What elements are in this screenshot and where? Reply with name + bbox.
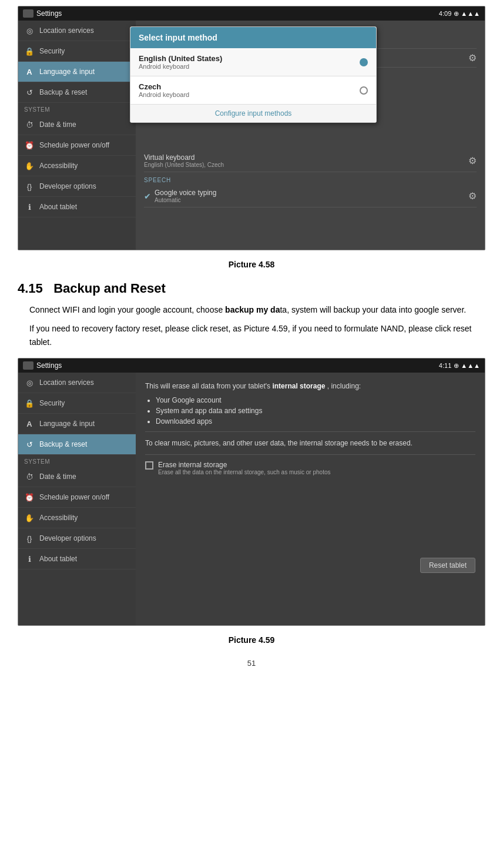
sidebar-item-backup-2[interactable]: ↺ Backup & reset [18,434,136,455]
developer-icon-2: {} [24,533,35,544]
sidebar-item-security-2[interactable]: 🔒 Security [18,393,136,414]
sidebar-item-developer-2[interactable]: {} Developer options [18,528,136,549]
popup-czech-label: Czech [139,82,189,91]
sidebar-item-location-2[interactable]: ◎ Location services [18,373,136,393]
sidebar-label-developer-2: Developer options [39,534,96,542]
popup-radio-czech [360,86,368,95]
sidebar-item-schedule-1[interactable]: ⏰ Schedule power on/off [18,135,136,156]
bullet-system: System and app data and settings [156,407,475,415]
backup-icon-1: ↺ [24,87,35,98]
settings-icon-2 [23,361,33,370]
voice-gear[interactable]: ⚙ [468,190,477,202]
sidebar-item-developer-1[interactable]: {} Developer options [18,176,136,197]
page-number: 51 [18,659,485,668]
input-method-popup: Select input method English (United Stat… [130,26,377,123]
section-title: Backup and Reset [53,281,166,296]
voice-check: ✔ [144,192,151,201]
sidebar-label-datetime-1: Date & time [39,120,76,129]
sidebar-item-language-2[interactable]: A Language & input [18,414,136,434]
sidebar-item-security-1[interactable]: 🔒 Security [18,41,136,62]
system-section-label-1: SYSTEM [18,103,136,115]
popup-english-sub: Android keyboard [139,63,222,70]
erase-checkbox-row[interactable]: Erase internal storage Erase all the dat… [145,461,475,475]
sidebar-label-accessibility-1: Accessibility [39,162,78,170]
sidebar-item-datetime-2[interactable]: ⏱ Date & time [18,467,136,487]
lock-icon-2: 🔒 [24,398,35,408]
lock-icon-1: 🔒 [24,46,35,56]
popup-item-czech[interactable]: Czech Android keyboard [130,76,376,105]
location-icon-1: ◎ [24,25,35,36]
body-para1-pre: Connect WIFI and login your google accou… [29,305,225,314]
sidebar-item-backup-1[interactable]: ↺ Backup & reset [18,82,136,103]
clock-icon-2: ⏱ [24,471,35,482]
keyboard-row-sub: English (United States), Czech [144,162,468,168]
hand-icon-2: ✋ [24,512,35,523]
status-bar-1: Settings 4:09 ⊕ ▲▲▲ [18,6,485,21]
reset-tablet-button[interactable]: Reset tablet [420,558,475,573]
sidebar-item-datetime-1[interactable]: ⏱ Date & time [18,115,136,135]
schedule-icon-1: ⏰ [24,140,35,150]
section-heading: 4.15 Backup and Reset [18,281,485,296]
erase-text-pre: This will erase all data from your table… [145,382,270,390]
popup-english-label: English (United States) [139,54,222,63]
sidebar-label-backup-2: Backup & reset [39,440,87,448]
popup-footer[interactable]: Configure input methods [130,105,376,122]
keyboard-row-label: Virtual keyboard [144,153,468,162]
sidebar-item-accessibility-1[interactable]: ✋ Accessibility [18,156,136,176]
system-section-label-2: SYSTEM [18,455,136,467]
hand-icon-1: ✋ [24,160,35,171]
erase-description: This will erase all data from your table… [145,381,475,391]
info-icon-1: ℹ [24,202,35,212]
sidebar-item-about-2[interactable]: ℹ About tablet [18,549,136,569]
status-title-1: Settings [23,9,62,18]
sidebar-label-security-1: Security [39,47,65,55]
status-time-2: 4:11 [439,362,451,369]
body-para2: If you need to recovery factory reset, p… [29,322,485,348]
developer-icon-1: {} [24,181,35,192]
clear-description: To clear music, pictures, and other user… [145,438,475,448]
erase-bullets: Your Google account System and app data … [156,396,475,425]
status-icons-1: 4:09 ⊕ ▲▲▲ [439,10,480,18]
sidebar-label-schedule-2: Schedule power on/off [39,493,109,501]
sidebar-label-language-1: Language & input [39,68,95,76]
sidebar-item-language-1[interactable]: A Language & input [18,62,136,82]
sidebar-label-datetime-2: Date & time [39,472,76,481]
sidebar-item-accessibility-2[interactable]: ✋ Accessibility [18,508,136,528]
sidebar-item-schedule-2[interactable]: ⏰ Schedule power on/off [18,487,136,508]
erase-text-post: , including: [327,382,361,390]
info-icon-2: ℹ [24,554,35,564]
caption-2: Picture 4.59 [18,635,485,645]
sidebar-item-about-1[interactable]: ℹ About tablet [18,197,136,217]
status-signal-icons-1: ⊕ ▲▲▲ [454,10,480,18]
separator-2 [145,454,475,455]
schedule-icon-2: ⏰ [24,492,35,502]
status-app-name-2: Settings [36,361,62,370]
language-icon-2: A [24,418,35,429]
sidebar-item-location-1[interactable]: ◎ Location services [18,21,136,41]
popup-radio-english [360,58,368,66]
clock-icon-1: ⏱ [24,119,35,130]
main-content-1: Language English (United States) ✔ Spell… [136,21,485,250]
backup-icon-2: ↺ [24,439,35,450]
speech-section-header: SPEECH [144,172,477,185]
erase-checkbox[interactable] [145,461,153,470]
settings-icon-1 [23,9,33,18]
language-icon-1: A [24,66,35,77]
separator-1 [145,431,475,432]
sidebar-label-language-2: Language & input [39,420,95,428]
checkbox-label: Erase internal storage [158,461,331,469]
popup-item-english[interactable]: English (United States) Android keyboard [130,48,376,76]
keyboard-gear[interactable]: ⚙ [468,155,477,166]
status-app-name-1: Settings [36,9,62,18]
spelling-gear-1[interactable]: ⚙ [468,52,477,63]
body-para1: Connect WIFI and login your google accou… [29,303,485,316]
page-container: Settings 4:09 ⊕ ▲▲▲ ◎ Location services … [0,0,503,685]
screenshot2: Settings 4:11 ⊕ ▲▲▲ ◎ Location services … [18,358,485,626]
sidebar-2: ◎ Location services 🔒 Security A Languag… [18,373,136,625]
bullet-google: Your Google account [156,396,475,404]
caption-1: Picture 4.58 [18,260,485,269]
sidebar-label-schedule-1: Schedule power on/off [39,141,109,149]
voice-row-label: Google voice typing [155,189,468,197]
sidebar-label-location-2: Location services [39,378,94,387]
sidebar-label-accessibility-2: Accessibility [39,514,78,522]
